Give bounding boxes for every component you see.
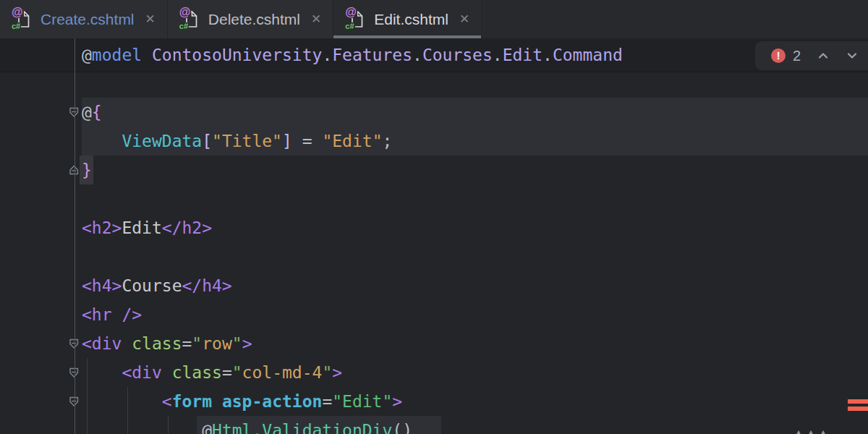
error-stripe-mark[interactable] <box>848 399 868 404</box>
sticky-code-line[interactable]: @model ContosoUniversity.Features.Course… <box>0 38 868 72</box>
close-icon[interactable]: ✕ <box>459 12 469 27</box>
previous-problem-chevron-up-icon[interactable] <box>817 50 830 61</box>
error-icon[interactable]: ! <box>771 48 786 63</box>
tab-edit-cshtml[interactable]: @ c# Edit.cshtml ✕ <box>333 0 482 38</box>
code-line[interactable] <box>82 69 868 98</box>
close-icon[interactable]: ✕ <box>145 12 156 27</box>
error-stripe-mark[interactable] <box>848 407 868 411</box>
razor-at-glyph: @ <box>11 7 24 18</box>
gutter-fold-line <box>75 38 75 434</box>
code-line[interactable]: ViewData["Title"] = "Edit"; <box>82 127 868 156</box>
code-line[interactable]: @Html.ValidationDiv() <box>82 416 868 434</box>
tab-label: Edit.cshtml <box>374 11 448 28</box>
code-line[interactable] <box>82 242 868 271</box>
code-line[interactable]: <h2>Edit</h2> <box>82 213 868 242</box>
code-line[interactable]: <div class="col-md-4"> <box>82 358 868 387</box>
code-line[interactable]: <h4>Course</h4> <box>82 271 868 300</box>
razor-file-icon: @ c# <box>345 9 365 29</box>
razor-at-glyph: @ <box>179 7 192 18</box>
code-editor[interactable]: @{ ViewData["Title"] = "Edit";}<h2>Edit<… <box>0 38 868 434</box>
tab-label: Delete.cshtml <box>208 11 300 28</box>
tab-create-cshtml[interactable]: @ c# Create.cshtml ✕ <box>0 0 168 38</box>
error-count: 2 <box>793 48 801 64</box>
csharp-glyph: c# <box>11 22 21 30</box>
csharp-glyph: c# <box>179 22 189 30</box>
razor-file-icon: @ c# <box>12 9 31 29</box>
csharp-glyph: c# <box>344 22 354 30</box>
next-problem-chevron-down-icon[interactable] <box>846 50 859 61</box>
close-icon[interactable]: ✕ <box>311 12 321 27</box>
sticky-line-text: @model ContosoUniversity.Features.Course… <box>82 38 623 72</box>
editor-tab-bar: @ c# Create.cshtml ✕ @ c# Delete.cshtml … <box>0 0 868 38</box>
inspections-widget[interactable]: ! 2 <box>755 41 868 70</box>
razor-file-icon: @ c# <box>179 9 199 29</box>
code-line[interactable]: } <box>82 156 868 184</box>
code-line[interactable] <box>82 184 868 213</box>
tab-label: Create.cshtml <box>41 11 135 28</box>
code-lines: @{ ViewData["Title"] = "Edit";}<h2>Edit<… <box>82 69 868 434</box>
code-line[interactable]: <div class="row"> <box>82 329 868 358</box>
tab-delete-cshtml[interactable]: @ c# Delete.cshtml ✕ <box>168 0 333 38</box>
ide-window: @ c# Create.cshtml ✕ @ c# Delete.cshtml … <box>0 0 868 434</box>
code-line[interactable]: <form asp-action="Edit"> <box>82 387 868 416</box>
code-line[interactable]: <hr /> <box>82 300 868 329</box>
razor-at-glyph: @ <box>344 7 357 18</box>
code-line[interactable]: @{ <box>82 98 868 127</box>
more-marks-below-indicator: ▲▲▲ <box>794 425 831 434</box>
